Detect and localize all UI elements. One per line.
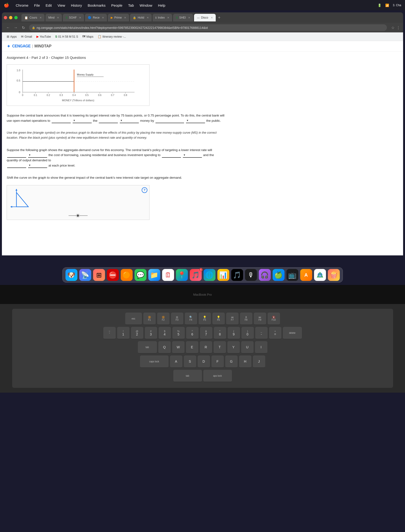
key-aps-lock[interactable]: aps lock bbox=[203, 370, 232, 382]
dock-popcorn[interactable]: 🍿 bbox=[328, 269, 340, 281]
menu-tab[interactable]: Tab bbox=[128, 3, 134, 7]
key-1[interactable]: ! 1 bbox=[117, 327, 129, 339]
key-f3[interactable]: ⊞ F3 bbox=[171, 313, 183, 325]
tab-prime-close[interactable]: ✕ bbox=[124, 16, 126, 19]
menu-people[interactable]: People bbox=[111, 3, 122, 7]
tab-cours[interactable]: 📋 Cours ✕ bbox=[21, 14, 45, 21]
dock-launchpad[interactable]: ⊞ bbox=[93, 269, 105, 281]
dock-siri[interactable]: 📡 bbox=[79, 269, 91, 281]
key-r[interactable]: R bbox=[200, 341, 212, 354]
key-tab[interactable]: tab bbox=[138, 341, 157, 354]
key-8[interactable]: * 8 bbox=[214, 327, 226, 339]
menu-edit[interactable]: Edit bbox=[46, 3, 52, 7]
forward-button[interactable]: → bbox=[12, 24, 19, 31]
close-button[interactable] bbox=[4, 16, 7, 19]
dock-finder[interactable]: 🐶 bbox=[66, 269, 77, 281]
menu-window[interactable]: Window bbox=[140, 3, 152, 7]
bookmark-maps[interactable]: 🗺 Maps bbox=[81, 34, 95, 39]
key-2[interactable]: @ 2 bbox=[131, 327, 143, 339]
bookmark-apps[interactable]: ⊞ Apps bbox=[5, 34, 19, 39]
menu-chrome[interactable]: Chrome bbox=[16, 3, 28, 7]
dock-chrome[interactable] bbox=[314, 269, 326, 281]
back-button[interactable]: ← bbox=[5, 24, 11, 31]
new-tab-button[interactable]: + bbox=[218, 15, 221, 20]
key-6[interactable]: ^ 6 bbox=[186, 327, 199, 339]
key-f7[interactable]: ⏮ F7 bbox=[226, 313, 239, 325]
key-j[interactable]: J bbox=[253, 355, 265, 368]
url-bar[interactable]: 🔒 ng.cengage.com/static/nb/ui/evo/index.… bbox=[29, 24, 387, 31]
key-w[interactable]: W bbox=[172, 341, 184, 354]
dock-podcasts[interactable]: 🎧 bbox=[259, 269, 271, 281]
q1-dropdown3[interactable]: ▼ bbox=[186, 118, 205, 123]
q3-dropdown1[interactable]: ▼ bbox=[28, 153, 47, 158]
dock-calendar[interactable]: 🗓 bbox=[162, 269, 174, 281]
menu-file[interactable]: File bbox=[34, 3, 40, 7]
tab-disco-close[interactable]: ✕ bbox=[211, 16, 213, 19]
menu-view[interactable]: View bbox=[57, 3, 65, 7]
key-9[interactable]: ( 9 bbox=[228, 327, 240, 339]
menu-history[interactable]: History bbox=[71, 3, 82, 7]
key-f9[interactable]: ⏭ F9 bbox=[254, 313, 266, 325]
dock-music[interactable]: 🎵 1 bbox=[190, 269, 202, 281]
q1-dropdown2[interactable]: ▼ bbox=[120, 118, 139, 123]
key-g[interactable]: G bbox=[225, 355, 238, 368]
dock-opera[interactable]: ⛔ bbox=[107, 269, 119, 281]
key-delete[interactable]: delete bbox=[283, 327, 302, 339]
tab-prime[interactable]: ▶ Prime ✕ bbox=[108, 14, 129, 21]
key-q[interactable]: Q bbox=[158, 341, 171, 354]
key-h[interactable]: H bbox=[239, 355, 251, 368]
apple-menu[interactable]: 🍎 bbox=[4, 3, 9, 8]
key-i[interactable]: I bbox=[255, 341, 267, 354]
tab-mind-close[interactable]: ✕ bbox=[57, 16, 59, 19]
key-f5[interactable]: 💡 F5 bbox=[199, 313, 211, 325]
key-esc[interactable]: esc bbox=[125, 313, 142, 325]
key-tab-bottom[interactable]: tab bbox=[173, 370, 202, 382]
menu-bookmarks[interactable]: Bookmarks bbox=[88, 3, 106, 7]
dock-safari[interactable]: 🌐 bbox=[203, 269, 216, 281]
key-f4[interactable]: 🔍 F4 bbox=[185, 313, 197, 325]
q3-dropdown3[interactable]: ▼ bbox=[28, 163, 47, 168]
tab-index[interactable]: ℹ Index ✕ bbox=[153, 14, 172, 21]
bookmark-youtube[interactable]: ▶ YouTube bbox=[34, 34, 53, 39]
tab-rece[interactable]: 🔵 Rece ✕ bbox=[85, 14, 107, 21]
bookmark-gmail[interactable]: ✉ Gmail bbox=[19, 34, 34, 39]
tab-mind[interactable]: Mind ✕ bbox=[46, 14, 62, 21]
help-button[interactable]: ? bbox=[142, 187, 147, 193]
key-0[interactable]: ) 0 bbox=[241, 327, 254, 339]
refresh-button[interactable]: ↻ bbox=[20, 24, 27, 31]
key-tilde[interactable]: ~ ` bbox=[103, 327, 116, 339]
dock-messages[interactable]: 💬 bbox=[135, 269, 146, 281]
tab-shei[interactable]: S SHEI ✕ bbox=[173, 14, 193, 21]
key-4[interactable]: $ 4 bbox=[159, 327, 171, 339]
key-f6[interactable]: 💡 F6 bbox=[212, 313, 225, 325]
extensions-button[interactable]: ⋮ bbox=[396, 26, 400, 30]
tab-shei-close[interactable]: ✕ bbox=[188, 16, 190, 19]
key-capslock[interactable]: caps lock bbox=[140, 355, 169, 368]
key-d[interactable]: D bbox=[198, 355, 210, 368]
tab-cours-close[interactable]: ✕ bbox=[40, 16, 42, 19]
tab-disco[interactable]: — Disco ✕ bbox=[194, 14, 216, 21]
dock-thing1[interactable]: 🟠 bbox=[121, 269, 133, 281]
key-3[interactable]: # 3 bbox=[145, 327, 157, 339]
key-f1[interactable]: 🔆 F1 bbox=[143, 313, 156, 325]
key-7[interactable]: & 7 bbox=[200, 327, 212, 339]
dock-alttab[interactable]: A bbox=[300, 269, 312, 281]
key-5[interactable]: % 5 bbox=[172, 327, 185, 339]
bookmark-timer[interactable]: S 01 H 58 M 51 S bbox=[53, 34, 80, 39]
tab-soaf-close[interactable]: ✕ bbox=[79, 16, 81, 19]
slider-thumb[interactable] bbox=[76, 214, 80, 217]
dock-maps[interactable]: 📍 bbox=[176, 269, 188, 281]
dock-music2[interactable]: 🎵 bbox=[231, 269, 243, 281]
key-equals[interactable]: + = bbox=[269, 327, 281, 339]
key-f10[interactable]: 🔇 F10 bbox=[268, 313, 280, 325]
key-a[interactable]: A bbox=[170, 355, 182, 368]
key-u[interactable]: U bbox=[241, 341, 254, 354]
key-t[interactable]: T bbox=[214, 341, 226, 354]
key-y[interactable]: Y bbox=[227, 341, 240, 354]
key-f2[interactable]: 🔆 F2 bbox=[157, 313, 169, 325]
dock-finder2[interactable]: 📁 bbox=[148, 269, 160, 281]
tab-holid[interactable]: 🔒 Holid ✕ bbox=[130, 14, 151, 21]
q1-dropdown1[interactable]: ▼ bbox=[73, 118, 92, 123]
bookmark-star[interactable]: ☆ bbox=[391, 26, 395, 30]
bookmark-itinerary[interactable]: 📋 Itinerary review -... bbox=[96, 34, 128, 39]
